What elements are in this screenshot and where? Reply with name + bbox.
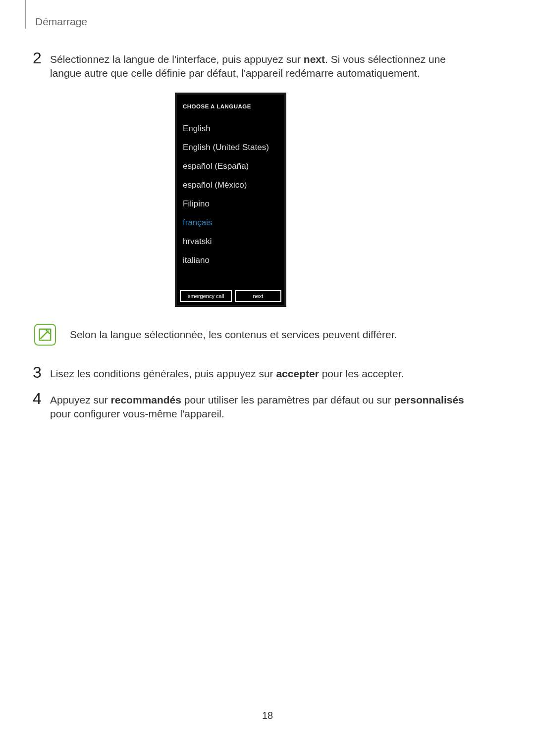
info-box: Selon la langue sélectionnée, les conten…	[34, 324, 397, 346]
step-3-text: Lisez les conditions générales, puis app…	[50, 364, 404, 381]
step-2-pre: Sélectionnez la langue de l'interface, p…	[50, 53, 304, 65]
emergency-call-button[interactable]: emergency call	[180, 290, 232, 302]
next-button[interactable]: next	[235, 290, 281, 302]
phone-screenshot: CHOOSE A LANGUAGE English English (Unite…	[175, 93, 286, 307]
info-text: Selon la langue sélectionnée, les conten…	[70, 329, 397, 341]
step-3-pre: Lisez les conditions générales, puis app…	[50, 368, 276, 379]
step-2-text: Sélectionnez la langue de l'interface, p…	[50, 50, 466, 81]
step-4-bold-recommandes: recommandés	[111, 394, 181, 405]
step-4-text: Appuyez sur recommandés pour utiliser le…	[50, 390, 466, 421]
lang-item-francais[interactable]: français	[177, 213, 284, 232]
step-2-bold-next: next	[304, 53, 325, 65]
step-3: 3 Lisez les conditions générales, puis a…	[33, 364, 404, 381]
lang-item-filipino[interactable]: Filipino	[177, 195, 284, 213]
step-2: 2 Sélectionnez la langue de l'interface,…	[33, 50, 466, 81]
lang-item-espanol-espana[interactable]: español (España)	[177, 157, 284, 176]
lang-item-english[interactable]: English	[177, 119, 284, 138]
section-border	[22, 0, 26, 29]
section-title: Démarrage	[35, 16, 87, 28]
note-icon	[34, 324, 56, 346]
step-4-post: pour configurer vous-même l'appareil.	[50, 408, 224, 419]
step-4-number: 4	[33, 390, 50, 407]
step-3-post: pour les accepter.	[319, 368, 404, 379]
lang-item-espanol-mexico[interactable]: español (México)	[177, 176, 284, 195]
step-3-number: 3	[33, 364, 50, 381]
step-4: 4 Appuyez sur recommandés pour utiliser …	[33, 390, 466, 421]
step-4-mid: pour utiliser les paramètres par défaut …	[181, 394, 394, 405]
lang-item-italiano[interactable]: italiano	[177, 251, 284, 270]
step-4-bold-personnalises: personnalisés	[394, 394, 464, 405]
lang-item-hrvatski[interactable]: hrvatski	[177, 232, 284, 251]
step-3-bold-accepter: accepter	[276, 368, 319, 379]
phone-button-row: emergency call next	[177, 287, 284, 305]
step-4-pre: Appuyez sur	[50, 394, 111, 405]
language-list: English English (United States) español …	[177, 114, 284, 287]
phone-header: CHOOSE A LANGUAGE	[177, 95, 284, 114]
lang-item-english-us[interactable]: English (United States)	[177, 138, 284, 157]
page-number: 18	[0, 710, 535, 721]
step-2-number: 2	[33, 50, 50, 67]
